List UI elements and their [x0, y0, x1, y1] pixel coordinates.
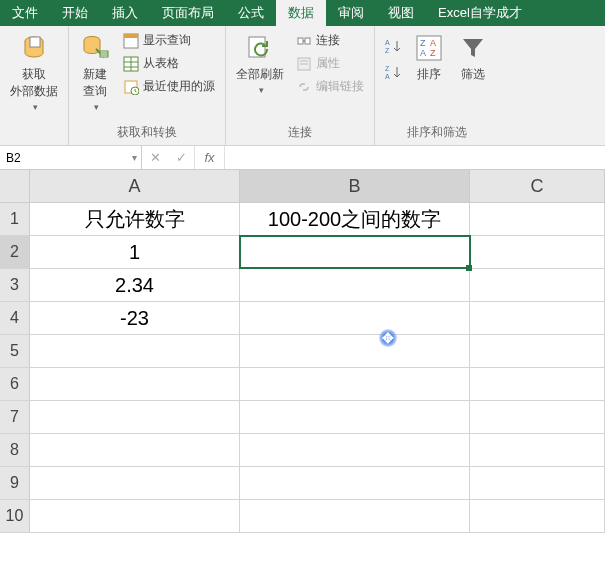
- refresh-all-button[interactable]: 全部刷新 ▾: [232, 30, 288, 97]
- cell-A9[interactable]: [30, 467, 240, 499]
- sort-asc-button[interactable]: AZ: [381, 36, 405, 56]
- cell-A1[interactable]: 只允许数字: [30, 203, 240, 235]
- cancel-formula-button[interactable]: ✕: [142, 146, 168, 169]
- group-connections: 全部刷新 ▾ 连接 属性 编辑链接 连接: [226, 26, 375, 145]
- cell-B6[interactable]: [240, 368, 470, 400]
- row-header[interactable]: 9: [0, 467, 30, 499]
- cell-B2[interactable]: [240, 236, 470, 268]
- get-data-label: 获取 外部数据: [10, 66, 58, 100]
- row-header[interactable]: 4: [0, 302, 30, 334]
- cell-C7[interactable]: [470, 401, 605, 433]
- row-header[interactable]: 10: [0, 500, 30, 532]
- name-box-value: B2: [6, 151, 21, 165]
- from-table-button[interactable]: 从表格: [119, 53, 219, 74]
- edit-links-icon: [296, 79, 312, 95]
- name-box[interactable]: B2 ▾: [0, 146, 142, 169]
- select-all-corner[interactable]: [0, 170, 30, 202]
- table-row: 1只允许数字100-200之间的数字: [0, 203, 605, 236]
- cell-B5[interactable]: [240, 335, 470, 367]
- table-row: 21: [0, 236, 605, 269]
- row-header[interactable]: 3: [0, 269, 30, 301]
- ribbon-content: 获取 外部数据 ▾ 新建 查询 ▾ 显示查询 从表: [0, 26, 605, 146]
- tab-review[interactable]: 审阅: [326, 0, 376, 26]
- confirm-formula-button[interactable]: ✓: [168, 146, 194, 169]
- row-header[interactable]: 5: [0, 335, 30, 367]
- tab-data[interactable]: 数据: [276, 0, 326, 26]
- connections-icon: [296, 33, 312, 49]
- col-header-b[interactable]: B: [240, 170, 470, 202]
- col-header-a[interactable]: A: [30, 170, 240, 202]
- get-external-data-button[interactable]: 获取 外部数据 ▾: [6, 30, 62, 114]
- cell-A8[interactable]: [30, 434, 240, 466]
- cell-C1[interactable]: [470, 203, 605, 235]
- filter-button[interactable]: 筛选: [453, 30, 493, 85]
- from-table-icon: [123, 56, 139, 72]
- cell-C8[interactable]: [470, 434, 605, 466]
- row-header[interactable]: 2: [0, 236, 30, 268]
- cell-C4[interactable]: [470, 302, 605, 334]
- cell-B3[interactable]: [240, 269, 470, 301]
- svg-rect-15: [298, 38, 303, 44]
- tab-file[interactable]: 文件: [0, 0, 50, 26]
- tab-layout[interactable]: 页面布局: [150, 0, 226, 26]
- cell-C3[interactable]: [470, 269, 605, 301]
- new-query-label: 新建 查询: [83, 66, 107, 100]
- table-row: 5: [0, 335, 605, 368]
- connections-label: 连接: [316, 32, 340, 49]
- cell-B4[interactable]: [240, 302, 470, 334]
- cell-A4[interactable]: -23: [30, 302, 240, 334]
- cell-C5[interactable]: [470, 335, 605, 367]
- svg-rect-3: [100, 51, 108, 57]
- group-transform-label: 获取和转换: [75, 124, 219, 143]
- cell-A3[interactable]: 2.34: [30, 269, 240, 301]
- cell-C2[interactable]: [470, 236, 605, 268]
- show-queries-button[interactable]: 显示查询: [119, 30, 219, 51]
- chevron-down-icon: ▾: [259, 85, 264, 95]
- row-header[interactable]: 8: [0, 434, 30, 466]
- cell-B1[interactable]: 100-200之间的数字: [240, 203, 470, 235]
- recent-sources-button[interactable]: 最近使用的源: [119, 76, 219, 97]
- formula-input[interactable]: [225, 146, 605, 169]
- cell-A10[interactable]: [30, 500, 240, 532]
- cell-B7[interactable]: [240, 401, 470, 433]
- cell-B9[interactable]: [240, 467, 470, 499]
- row-header[interactable]: 6: [0, 368, 30, 400]
- sort-button[interactable]: ZAAZ 排序: [409, 30, 449, 85]
- cell-A5[interactable]: [30, 335, 240, 367]
- recent-sources-label: 最近使用的源: [143, 78, 215, 95]
- cell-C6[interactable]: [470, 368, 605, 400]
- table-row: 10: [0, 500, 605, 533]
- new-query-button[interactable]: 新建 查询 ▾: [75, 30, 115, 114]
- sort-label: 排序: [417, 66, 441, 83]
- cell-A7[interactable]: [30, 401, 240, 433]
- database-icon: [18, 32, 50, 64]
- cell-B8[interactable]: [240, 434, 470, 466]
- row-header[interactable]: 7: [0, 401, 30, 433]
- chevron-down-icon: ▾: [94, 102, 99, 112]
- properties-icon: [296, 56, 312, 72]
- fx-button[interactable]: fx: [195, 146, 225, 169]
- group-sort: AZ ZA ZAAZ 排序 筛选 排序和筛选: [375, 26, 499, 145]
- tab-custom[interactable]: Excel自学成才: [426, 0, 534, 26]
- col-header-c[interactable]: C: [470, 170, 605, 202]
- tab-insert[interactable]: 插入: [100, 0, 150, 26]
- group-sort-label: 排序和筛选: [381, 124, 493, 143]
- sort-desc-icon: ZA: [385, 64, 401, 80]
- row-header[interactable]: 1: [0, 203, 30, 235]
- svg-text:A: A: [420, 48, 426, 58]
- connections-button[interactable]: 连接: [292, 30, 368, 51]
- svg-text:Z: Z: [430, 48, 436, 58]
- tab-view[interactable]: 视图: [376, 0, 426, 26]
- cell-B10[interactable]: [240, 500, 470, 532]
- sort-desc-button[interactable]: ZA: [381, 62, 405, 82]
- tab-home[interactable]: 开始: [50, 0, 100, 26]
- tab-formulas[interactable]: 公式: [226, 0, 276, 26]
- svg-rect-1: [30, 37, 40, 47]
- filter-label: 筛选: [461, 66, 485, 83]
- ribbon-tabs: 文件 开始 插入 页面布局 公式 数据 审阅 视图 Excel自学成才: [0, 0, 605, 26]
- cell-C9[interactable]: [470, 467, 605, 499]
- formula-bar: B2 ▾ ✕ ✓ fx: [0, 146, 605, 170]
- cell-A6[interactable]: [30, 368, 240, 400]
- cell-A2[interactable]: 1: [30, 236, 240, 268]
- cell-C10[interactable]: [470, 500, 605, 532]
